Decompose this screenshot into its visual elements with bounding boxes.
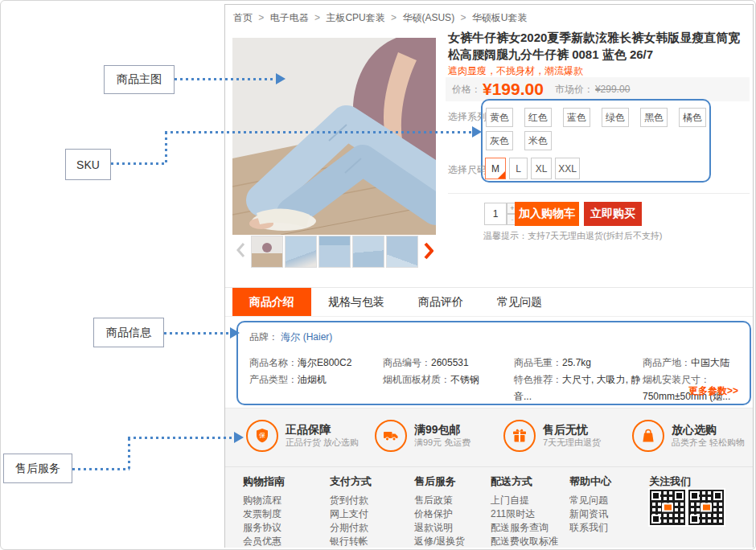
attribute-value: 25.7kg xyxy=(562,357,591,368)
annotated-product-page: 商品主图 SKU 商品信息 售后服务 首页 > 电子电器 > 主板CPU套装 >… xyxy=(0,0,756,550)
price-value: ¥199.00 xyxy=(483,80,544,99)
annotation-arrow-icon xyxy=(276,73,286,84)
footer-column-help-center: 帮助中心 常见问题 新闻资讯 联系我们 xyxy=(569,474,611,535)
footer-link[interactable]: 会员优惠 xyxy=(243,535,285,548)
footer-link[interactable]: 货到付款 xyxy=(330,494,372,507)
attribute-cell: 产品类型：油烟机 xyxy=(249,371,383,405)
footer-link[interactable]: 分期付款 xyxy=(330,521,372,535)
tab-product-intro[interactable]: 商品介绍 xyxy=(232,288,311,316)
warm-tip: 温馨提示：支持7天无理由退货(拆封后不支持) xyxy=(483,230,662,242)
attribute-key: 烟机安装尺寸： xyxy=(643,374,710,385)
size-option[interactable]: L xyxy=(509,158,528,179)
tab-reviews[interactable]: 商品评价 xyxy=(401,288,480,316)
footer-link[interactable]: 常见问题 xyxy=(569,494,611,507)
service-desc: 正品行货 放心选购 xyxy=(286,437,359,449)
attribute-cell: 特色推荐：大尺寸, 大吸力, 静音... xyxy=(514,371,643,405)
gift-box-icon xyxy=(503,420,536,452)
attribute-cell: 烟机面板材质：不锈钢 xyxy=(383,371,514,405)
warm-tip-text: 支持7天无理由退货(拆封后不支持) xyxy=(528,231,662,240)
breadcrumb-item[interactable]: 华硕板U套装 xyxy=(472,12,528,23)
model-photo-illustration xyxy=(232,38,436,235)
breadcrumb-item[interactable]: 华硕(ASUS) xyxy=(402,12,454,23)
service-desc: 品类齐全 轻松购物 xyxy=(672,437,745,449)
service-item-free-shipping: 满99包邮 满99元 免运费 xyxy=(375,420,470,452)
product-page-panel: 首页 > 电子电器 > 主板CPU套装 > 华硕(ASUS) > 华硕板U套装 xyxy=(224,4,754,548)
breadcrumb-separator: > xyxy=(460,12,466,23)
footer-link[interactable]: 售后政策 xyxy=(414,494,465,507)
attribute-value: 2605531 xyxy=(431,357,469,368)
footer-link[interactable]: 价格保护 xyxy=(414,507,465,521)
footer-link[interactable]: 购物流程 xyxy=(243,494,285,507)
annotation-label-after-sale: 售后服务 xyxy=(3,454,72,483)
product-title-line2: 0081 蓝色 26/7 xyxy=(572,47,653,61)
series-option[interactable]: 橘色 xyxy=(679,108,706,127)
price-bar: 价格： ¥199.00 市场价： ¥299.00 xyxy=(446,77,750,101)
attribute-cell: 商品毛重：25.7kg xyxy=(514,355,643,371)
thumbnail[interactable] xyxy=(318,236,351,268)
series-option[interactable]: 米色 xyxy=(524,131,552,150)
series-option[interactable]: 红色 xyxy=(524,108,552,127)
footer-link[interactable]: 联系我们 xyxy=(569,521,611,535)
qr-code xyxy=(688,490,724,525)
series-option[interactable]: 黄色 xyxy=(486,108,513,127)
service-title: 售后无忧 xyxy=(543,423,601,437)
size-option[interactable]: XXL xyxy=(555,158,580,179)
quantity-input[interactable] xyxy=(484,203,507,225)
annotation-line xyxy=(128,437,234,439)
series-option[interactable]: 灰色 xyxy=(486,131,513,150)
thumbnail[interactable] xyxy=(352,236,384,268)
service-item-easy-shopping: 放心选购 品类齐全 轻松购物 xyxy=(632,420,745,452)
series-option[interactable]: 绿色 xyxy=(602,108,629,127)
footer-follow-title: 关注我们 xyxy=(649,474,691,489)
thumbnail-next-icon[interactable] xyxy=(423,242,433,263)
breadcrumb-item[interactable]: 首页 xyxy=(233,12,253,23)
tab-faq[interactable]: 常见问题 xyxy=(480,288,559,316)
size-option-selected[interactable]: M xyxy=(485,158,506,179)
footer-link[interactable]: 配送费收取标准 xyxy=(491,535,558,548)
footer-link[interactable]: 返修/退换货 xyxy=(414,535,465,548)
footer-link[interactable]: 上门自提 xyxy=(491,494,558,507)
footer-link[interactable]: 211限时达 xyxy=(491,507,558,521)
footer-link[interactable]: 退款说明 xyxy=(414,521,465,535)
brand-link[interactable]: 海尔 (Haier) xyxy=(281,331,332,343)
footer-column-shopping-guide: 购物指南 购物流程 发票制度 服务协议 会员优惠 xyxy=(243,474,285,548)
service-title: 满99包邮 xyxy=(414,423,470,437)
qr-code xyxy=(650,490,685,525)
size-option[interactable]: XL xyxy=(531,158,552,179)
footer-link[interactable]: 服务协议 xyxy=(243,521,285,535)
service-desc: 7天无理由退货 xyxy=(543,437,601,449)
truck-icon xyxy=(375,420,407,452)
product-main-image[interactable] xyxy=(232,38,436,235)
service-title: 放心选购 xyxy=(672,423,745,437)
thumbnail[interactable] xyxy=(386,236,418,268)
product-title: 女裤牛仔裤女2020夏季新款泫雅长裤女韩版显瘦直筒宽松高腰阔腿九分牛仔裤 008… xyxy=(448,29,752,63)
warm-tip-label: 温馨提示： xyxy=(483,231,528,240)
thumbnail[interactable] xyxy=(251,236,283,268)
annotation-label-main-image: 商品主图 xyxy=(104,65,175,94)
product-info-box: 品牌： 海尔 (Haier) 商品名称：海尔E800C2 商品编号：260553… xyxy=(236,321,751,405)
attribute-value: 中国大陆 xyxy=(691,357,729,368)
breadcrumb-separator: > xyxy=(314,12,320,23)
footer-column-title: 购物指南 xyxy=(243,474,285,489)
footer-link[interactable]: 银行转帐 xyxy=(330,535,372,548)
divider xyxy=(225,466,753,467)
thumbnail-prev-icon[interactable] xyxy=(236,242,245,261)
thumbnail[interactable] xyxy=(285,236,317,268)
add-to-cart-button[interactable]: 加入购物车 xyxy=(515,202,579,226)
footer-link[interactable]: 网上支付 xyxy=(330,507,372,521)
footer-link[interactable]: 新闻资讯 xyxy=(569,507,611,521)
breadcrumb-item[interactable]: 电子电器 xyxy=(270,12,309,23)
buy-now-button[interactable]: 立即购买 xyxy=(584,202,642,226)
attribute-key: 商品编号： xyxy=(383,357,431,368)
footer-column-title: 帮助中心 xyxy=(569,474,611,489)
footer-link[interactable]: 配送服务查询 xyxy=(491,521,558,535)
footer-link[interactable]: 发票制度 xyxy=(243,507,285,521)
breadcrumb-separator: > xyxy=(258,12,264,23)
more-params-link[interactable]: 更多参数>> xyxy=(688,384,738,398)
breadcrumb-item[interactable]: 主板CPU套装 xyxy=(326,12,384,23)
attribute-key: 烟机面板材质： xyxy=(383,374,450,385)
series-option[interactable]: 蓝色 xyxy=(563,108,590,127)
series-option[interactable]: 黑色 xyxy=(640,108,668,127)
breadcrumb: 首页 > 电子电器 > 主板CPU套装 > 华硕(ASUS) > 华硕板U套装 xyxy=(233,11,528,25)
tab-spec-package[interactable]: 规格与包装 xyxy=(311,288,401,316)
